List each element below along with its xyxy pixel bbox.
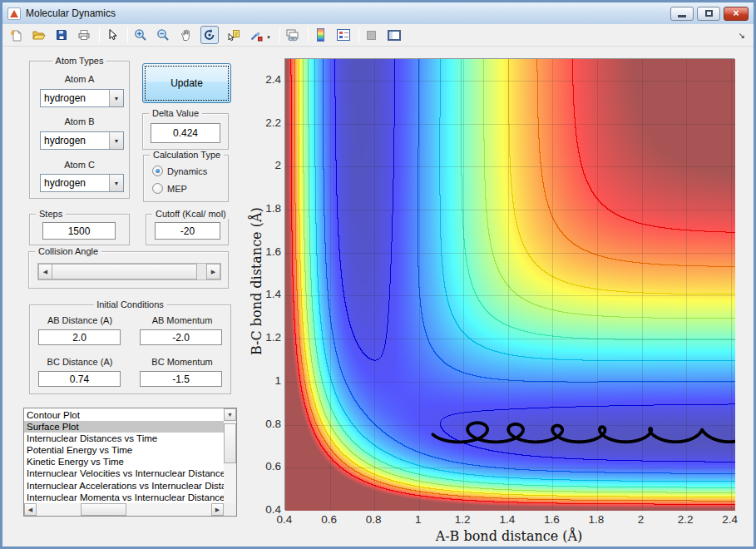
delta-value-panel: Delta Value bbox=[142, 113, 229, 150]
x-tick: 1.6 bbox=[544, 513, 560, 526]
steps-field[interactable] bbox=[42, 222, 116, 240]
link-plot-icon[interactable] bbox=[285, 27, 300, 42]
save-icon[interactable] bbox=[54, 27, 69, 42]
open-file-icon[interactable] bbox=[32, 27, 47, 42]
delta-value-field[interactable] bbox=[151, 123, 220, 143]
chevron-down-icon[interactable]: ▼ bbox=[109, 175, 123, 191]
brush-icon[interactable] bbox=[249, 27, 264, 42]
close-button[interactable]: × bbox=[724, 7, 749, 21]
list-item[interactable]: Internuclear Momenta vs Internuclear Dis… bbox=[24, 492, 224, 503]
toolbar-separator bbox=[358, 27, 359, 43]
list-item[interactable]: Internuclear Distances vs Time bbox=[24, 433, 224, 444]
y-tick: 0.4 bbox=[254, 503, 281, 516]
scroll-right-arrow[interactable]: ▶ bbox=[211, 503, 224, 516]
toolbar-separator bbox=[279, 27, 280, 43]
pan-icon[interactable] bbox=[178, 27, 193, 42]
horizontal-scrollbar[interactable]: ◀ ▶ bbox=[24, 503, 224, 516]
y-tick: 2.4 bbox=[254, 73, 281, 86]
pes-canvas[interactable] bbox=[285, 59, 735, 511]
vertical-scrollbar[interactable]: ▲ ▼ bbox=[224, 408, 236, 503]
radio-mep-label: MEP bbox=[167, 184, 187, 194]
titlebar: Molecular Dynamics × bbox=[2, 2, 754, 24]
plot-type-listbox[interactable]: Contour PlotSurface PlotInternuclear Dis… bbox=[23, 408, 237, 517]
zoom-out-icon[interactable] bbox=[156, 27, 170, 42]
ab-momentum-label: AB Momentum bbox=[132, 315, 232, 325]
show-plot-tools-icon[interactable] bbox=[387, 27, 402, 42]
rotate-3d-icon[interactable] bbox=[200, 26, 219, 44]
cutoff-field[interactable] bbox=[155, 222, 220, 240]
bc-distance-label: BC Distance (A) bbox=[30, 357, 130, 367]
list-item[interactable]: Internuclear Accelerations vs Internucle… bbox=[24, 480, 224, 492]
y-tick: 2.2 bbox=[254, 116, 281, 129]
data-cursor-icon[interactable] bbox=[226, 27, 241, 42]
ab-momentum-field[interactable] bbox=[140, 329, 222, 345]
atom-c-label: Atom C bbox=[30, 160, 129, 170]
window-title: Molecular Dynamics bbox=[26, 7, 116, 19]
insert-legend-icon[interactable] bbox=[336, 27, 351, 42]
toolbar-separator bbox=[308, 27, 309, 43]
ab-distance-field[interactable] bbox=[38, 329, 121, 345]
x-tick: 1.4 bbox=[499, 513, 515, 526]
steps-panel: Steps bbox=[29, 214, 130, 245]
slider-left-arrow[interactable]: ◀ bbox=[38, 264, 52, 279]
collision-angle-slider[interactable]: ◀ ▶ bbox=[37, 263, 221, 280]
vertical-scroll-thumb[interactable] bbox=[224, 423, 236, 463]
pes-plot-area[interactable] bbox=[284, 58, 734, 510]
radio-mep[interactable]: MEP bbox=[152, 183, 187, 194]
list-item[interactable]: Kinetic Energy vs Time bbox=[24, 456, 224, 467]
x-tick: 1.2 bbox=[455, 513, 471, 526]
list-item[interactable]: Potential Energy vs Time bbox=[24, 444, 224, 456]
y-tick: 1 bbox=[254, 374, 281, 387]
hide-plot-tools-icon[interactable] bbox=[364, 27, 379, 42]
x-tick: 0.6 bbox=[321, 513, 337, 526]
atom-b-dropdown[interactable]: hydrogen ▼ bbox=[40, 131, 124, 150]
scroll-left-arrow[interactable]: ◀ bbox=[24, 503, 37, 516]
atom-types-title: Atom Types bbox=[52, 56, 107, 66]
new-figure-icon[interactable] bbox=[9, 27, 24, 42]
bc-distance-field[interactable] bbox=[38, 371, 121, 387]
list-item[interactable]: Surface Plot bbox=[24, 421, 224, 433]
scroll-down-arrow[interactable]: ▼ bbox=[224, 408, 236, 421]
x-axis-label: A-B bond distance (Å) bbox=[436, 528, 583, 544]
restore-button[interactable] bbox=[697, 7, 720, 21]
horizontal-scroll-thumb[interactable] bbox=[81, 503, 126, 516]
zoom-in-icon[interactable] bbox=[133, 27, 148, 42]
atom-a-value: hydrogen bbox=[41, 90, 109, 106]
toolbar-overflow-arrow[interactable]: ↘ bbox=[739, 31, 745, 40]
app-window: Molecular Dynamics × bbox=[0, 0, 756, 549]
cutoff-title: Cutoff (Kcal/ mol) bbox=[152, 209, 230, 219]
x-tick: 2.2 bbox=[678, 513, 694, 526]
atom-b-label: Atom B bbox=[30, 116, 129, 126]
toolbar-separator bbox=[99, 27, 100, 43]
plot-type-list-items: Contour PlotSurface PlotInternuclear Dis… bbox=[24, 409, 224, 503]
brush-dropdown-caret[interactable]: ▼ bbox=[266, 35, 271, 40]
y-tick: 0.6 bbox=[254, 460, 281, 472]
list-item[interactable]: Contour Plot bbox=[24, 409, 224, 421]
radio-dynamics-circle[interactable] bbox=[152, 166, 163, 176]
print-icon[interactable] bbox=[77, 27, 91, 42]
ab-distance-label: AB Distance (A) bbox=[30, 315, 130, 325]
collision-angle-title: Collision Angle bbox=[35, 246, 101, 256]
y-axis-label: B-C bond distance (Å) bbox=[249, 207, 264, 355]
edit-plot-icon[interactable] bbox=[105, 27, 120, 42]
insert-colorbar-icon[interactable] bbox=[314, 27, 329, 42]
chevron-down-icon[interactable]: ▼ bbox=[109, 90, 123, 106]
cutoff-panel: Cutoff (Kcal/ mol) bbox=[146, 214, 229, 245]
initial-conditions-title: Initial Conditions bbox=[93, 299, 167, 309]
atom-a-label: Atom A bbox=[30, 74, 129, 84]
radio-mep-circle[interactable] bbox=[152, 183, 163, 194]
atom-c-dropdown[interactable]: hydrogen ▼ bbox=[40, 174, 124, 192]
slider-thumb[interactable] bbox=[52, 264, 197, 279]
radio-dynamics[interactable]: Dynamics bbox=[152, 166, 207, 176]
y-tick: 2 bbox=[254, 159, 281, 171]
figure-content: Atom Types Atom A hydrogen ▼ Atom B hydr… bbox=[2, 47, 754, 547]
slider-right-arrow[interactable]: ▶ bbox=[206, 264, 220, 279]
chevron-down-icon[interactable]: ▼ bbox=[109, 132, 123, 149]
app-icon bbox=[7, 7, 21, 20]
atom-a-dropdown[interactable]: hydrogen ▼ bbox=[40, 89, 124, 107]
bc-momentum-field[interactable] bbox=[140, 371, 222, 387]
minimize-button[interactable] bbox=[670, 7, 694, 21]
bc-momentum-label: BC Momentum bbox=[132, 357, 232, 367]
list-item[interactable]: Internuclear Velocities vs Internuclear … bbox=[24, 467, 224, 479]
update-button[interactable]: Update bbox=[142, 63, 231, 103]
